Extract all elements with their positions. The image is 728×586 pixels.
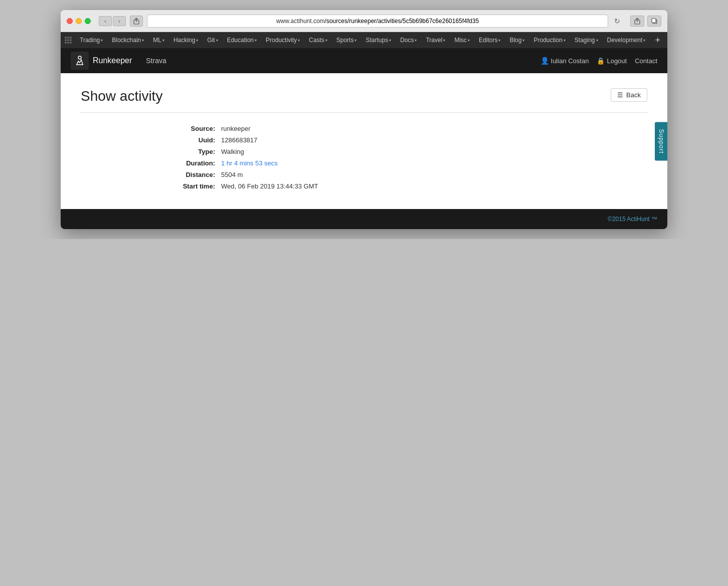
nav-git[interactable]: Git▾ bbox=[203, 35, 222, 46]
nav-education[interactable]: Education▾ bbox=[223, 35, 261, 46]
type-value: Walking bbox=[221, 148, 244, 155]
nav-travel[interactable]: Travel▾ bbox=[422, 35, 449, 46]
nav-sports[interactable]: Sports▾ bbox=[332, 35, 361, 46]
logout-button[interactable]: 🔒 Logout bbox=[597, 57, 627, 65]
close-button[interactable] bbox=[67, 18, 73, 24]
traffic-lights bbox=[67, 18, 91, 24]
nav-production[interactable]: Production▾ bbox=[529, 35, 569, 46]
address-bar[interactable]: www.actihunt.com/sources/runkeeper/activ… bbox=[147, 15, 608, 28]
user-profile-link[interactable]: 👤 Iulian Costan bbox=[540, 57, 589, 65]
window-controls bbox=[630, 16, 661, 27]
svg-point-6 bbox=[78, 56, 81, 59]
nav-blog[interactable]: Blog▾ bbox=[505, 35, 528, 46]
nav-development[interactable]: Development▾ bbox=[603, 35, 650, 46]
start-time-label: Start time: bbox=[161, 182, 221, 190]
source-label: Source: bbox=[161, 125, 221, 132]
page-title: Show activity bbox=[81, 88, 647, 104]
address-bar-container: www.actihunt.com/sources/runkeeper/activ… bbox=[147, 15, 622, 28]
support-button[interactable]: Support bbox=[655, 122, 667, 160]
source-row: Source: runkeeper bbox=[161, 125, 647, 132]
nav-casts[interactable]: Casts▾ bbox=[305, 35, 331, 46]
type-label: Type: bbox=[161, 148, 221, 155]
source-value: runkeeper bbox=[221, 125, 251, 132]
activity-details: Source: runkeeper Uuid: 1286683817 Type:… bbox=[161, 125, 647, 190]
distance-label: Distance: bbox=[161, 171, 221, 178]
nav-startups[interactable]: Startups▾ bbox=[361, 35, 395, 46]
app-name: Runkeeper bbox=[93, 56, 132, 65]
start-time-row: Start time: Wed, 06 Feb 2019 13:44:33 GM… bbox=[161, 182, 647, 190]
distance-value: 5504 m bbox=[221, 171, 243, 178]
duplicate-button[interactable] bbox=[647, 16, 661, 27]
nav-blockchain[interactable]: Blockchain▾ bbox=[108, 35, 148, 46]
duration-row: Duration: 1 hr 4 mins 53 secs bbox=[161, 159, 647, 167]
uuid-label: Uuid: bbox=[161, 136, 221, 144]
back-browser-button[interactable]: ‹ bbox=[99, 16, 112, 26]
forward-browser-button[interactable]: › bbox=[113, 16, 126, 26]
duration-label: Duration: bbox=[161, 159, 221, 167]
divider bbox=[81, 112, 647, 113]
app-nav-links: Strava bbox=[142, 55, 170, 67]
start-time-value: Wed, 06 Feb 2019 13:44:33 GMT bbox=[221, 182, 318, 190]
upload-button[interactable] bbox=[630, 16, 644, 27]
maximize-button[interactable] bbox=[85, 18, 91, 24]
app-logo[interactable]: Runkeeper bbox=[71, 52, 132, 70]
main-navigation: Trading▾ Blockchain▾ ML▾ Hacking▾ Git▾ E… bbox=[61, 32, 667, 48]
back-button[interactable]: ☰ Back bbox=[611, 88, 647, 102]
strava-link[interactable]: Strava bbox=[142, 55, 170, 67]
reload-button[interactable]: ↻ bbox=[612, 16, 622, 26]
app-header-right: 👤 Iulian Costan 🔒 Logout Contact bbox=[540, 57, 657, 65]
svg-rect-5 bbox=[652, 19, 656, 23]
nav-add-button[interactable]: + bbox=[652, 35, 663, 46]
nav-editors[interactable]: Editors▾ bbox=[475, 35, 504, 46]
browser-titlebar: ‹ › www.actihunt.com/sources/runkeeper/a… bbox=[61, 10, 667, 32]
user-icon: 👤 bbox=[540, 57, 549, 65]
app-footer: ©2015 ActiHunt ™ bbox=[61, 209, 667, 229]
nav-ml[interactable]: ML▾ bbox=[149, 35, 168, 46]
logo-icon bbox=[71, 52, 89, 70]
browser-nav-buttons: ‹ › bbox=[99, 16, 126, 26]
minimize-button[interactable] bbox=[76, 18, 82, 24]
nav-staging[interactable]: Staging▾ bbox=[571, 35, 602, 46]
back-icon: ☰ bbox=[617, 91, 623, 99]
duration-value[interactable]: 1 hr 4 mins 53 secs bbox=[221, 159, 278, 167]
nav-trading[interactable]: Trading▾ bbox=[76, 35, 107, 46]
type-row: Type: Walking bbox=[161, 148, 647, 155]
distance-row: Distance: 5504 m bbox=[161, 171, 647, 178]
copyright-text: ©2015 ActiHunt ™ bbox=[608, 216, 657, 223]
nav-hacking[interactable]: Hacking▾ bbox=[169, 35, 202, 46]
share-button[interactable] bbox=[130, 16, 143, 27]
lock-icon: 🔒 bbox=[597, 57, 605, 65]
url-prefix: www.actihunt.com bbox=[276, 18, 325, 25]
app-header: Runkeeper Strava 👤 Iulian Costan 🔒 Logou… bbox=[61, 48, 667, 73]
uuid-row: Uuid: 1286683817 bbox=[161, 136, 647, 144]
nav-productivity[interactable]: Productivity▾ bbox=[262, 35, 304, 46]
nav-docs[interactable]: Docs▾ bbox=[396, 35, 421, 46]
contact-link[interactable]: Contact bbox=[635, 57, 657, 65]
nav-misc[interactable]: Misc▾ bbox=[450, 35, 474, 46]
main-content: Show activity ☰ Back Source: runkeeper U… bbox=[61, 73, 667, 209]
url-path: /sources/runkeeper/activities/5c5b69b67c… bbox=[325, 18, 479, 25]
grid-menu-icon[interactable] bbox=[65, 37, 72, 44]
uuid-value: 1286683817 bbox=[221, 136, 257, 144]
